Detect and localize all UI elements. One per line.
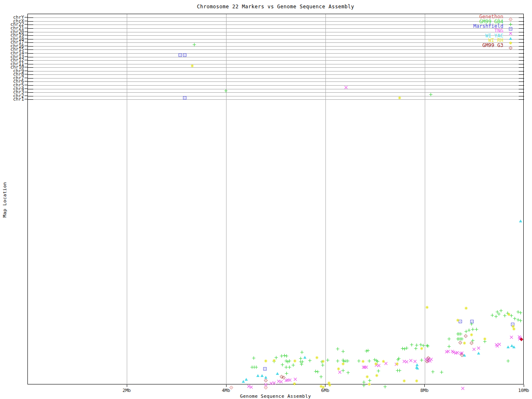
scatter-point-marshfield: [183, 94, 187, 97]
scatter-point-tng: [344, 83, 348, 87]
scatter-point-genethon: [229, 383, 233, 387]
scatter-point-wi-rh: [264, 357, 268, 360]
chromosome-tick-chr3: [25, 92, 27, 92]
chromosome-line-chr8: [28, 74, 524, 75]
scatter-point-wi-rh: [361, 357, 365, 361]
scatter-point-wi-rh: [456, 316, 460, 320]
scatter-point-wi-rh: [483, 335, 487, 338]
gridline-6Mb: [325, 14, 326, 385]
scatter-point-wi-yac: [244, 375, 248, 379]
scatter-point-wi-rh: [415, 377, 419, 380]
scatter-point-gm99-gb4: [447, 342, 451, 346]
chromosome-tick-chr5: [25, 85, 27, 85]
scatter-point-gm99-g3: [460, 351, 464, 355]
scatter-point-gm99-gb4: [420, 356, 424, 360]
scatter-point-gm99-gb4: [319, 372, 323, 376]
x-tick-label: 4Mb: [214, 388, 239, 393]
x-tick-2Mb: [127, 384, 127, 387]
scatter-point-gm99-g3: [458, 338, 462, 342]
scatter-point-wi-rh: [382, 357, 385, 361]
scatter-point-tng: [249, 383, 253, 387]
scatter-point-gm99-gb4: [285, 352, 288, 355]
chromosome-line-chr3: [28, 92, 524, 93]
scatter-point-wi-yac: [303, 353, 307, 357]
legend-row-wi-yac: WI YAC: [449, 34, 515, 38]
scatter-point-wi-yac: [512, 342, 516, 346]
chromosome-tick-chrY: [25, 17, 27, 17]
scatter-point-wi-rh: [272, 356, 276, 360]
scatter-point-wi-yac: [276, 369, 279, 373]
scatter-point-gm99-gb4: [288, 357, 291, 360]
scatter-point-tng: [477, 344, 480, 347]
x-tick-label: 6Mb: [313, 388, 337, 393]
scatter-point-tng: [293, 375, 297, 379]
scatter-point-tng: [498, 340, 501, 344]
chromosome-markers-chart: Chromosome 22 Markers vs Genome Sequence…: [0, 0, 532, 399]
plot-area: [27, 14, 524, 384]
chromosome-tick-chr19: [25, 35, 27, 35]
scatter-point-gm99-gb4: [316, 367, 320, 371]
legend-marker-icon: [509, 39, 512, 42]
scatter-point-gm99-gb4: [336, 345, 340, 348]
legend-marker-icon: [509, 44, 512, 47]
scatter-point-gm99-gb4: [397, 354, 401, 358]
scatter-point-gm99-gb4: [431, 367, 435, 371]
chromosome-tick-chr4: [25, 89, 27, 89]
scatter-point-gm99-gb4: [519, 316, 522, 320]
legend-marker-icon: [509, 15, 512, 19]
chromosome-tick-chr21: [25, 28, 27, 28]
scatter-point-gm99-gb4: [357, 357, 361, 360]
scatter-point-gm99-gb4: [300, 360, 303, 364]
x-tick-10Mb: [524, 384, 524, 387]
scatter-point-tng: [472, 345, 476, 349]
chromosome-line-chr13: [28, 57, 524, 57]
scatter-point-wi-rh: [365, 372, 369, 376]
gridline-8Mb: [425, 14, 425, 385]
scatter-point-gm99-g3: [264, 376, 268, 380]
chromosome-line-chr7: [28, 78, 524, 79]
legend-marker-icon: [509, 34, 512, 38]
chromosome-tick-chr2: [25, 96, 27, 96]
scatter-point-gm99-g3: [470, 339, 473, 342]
chromosome-line-chr14: [28, 53, 524, 54]
legend-marker-icon: [509, 29, 512, 33]
chromosome-tick-chr14: [25, 53, 27, 53]
scatter-point-gm99-gb4: [398, 366, 401, 370]
scatter-point-gm99-gb4: [383, 382, 387, 386]
scatter-point-marshfield: [470, 317, 474, 321]
chromosome-tick-chr9: [25, 71, 27, 71]
scatter-point-wi-rh: [315, 353, 319, 357]
scatter-point-gm99-gb4: [475, 325, 478, 329]
chromosome-tick-chr10: [25, 67, 27, 67]
scatter-point-wi-yac: [477, 349, 480, 352]
scatter-point-wi-rh: [328, 381, 332, 384]
scatter-point-gm99-gb4: [414, 344, 418, 348]
chart-title: Chromosome 22 Markers vs Genome Sequence…: [27, 4, 524, 10]
chromosome-line-chr6: [28, 81, 524, 82]
legend-row-marshfield: Marshfield: [449, 24, 515, 29]
scatter-point-wi-rh: [337, 365, 340, 368]
scatter-point-gm99-gb4: [341, 366, 345, 370]
chromosome-line-chr15: [28, 49, 524, 50]
chromosome-line-chr2: [28, 96, 524, 96]
scatter-point-gm99-gb4: [440, 368, 443, 372]
scatter-point-wi-rh: [395, 360, 399, 363]
chromosome-tick-chrX: [25, 21, 27, 21]
scatter-point-gm99-gb4: [346, 368, 350, 372]
scatter-point-wi-rh: [374, 360, 378, 363]
chromosome-label-chr1: chr1: [0, 97, 24, 101]
legend-marker-icon: [509, 20, 512, 24]
scatter-point-gm99-gb4: [285, 369, 288, 373]
scatter-point-wi-yac: [256, 371, 260, 375]
scatter-point-gm99-g3: [464, 332, 468, 335]
scatter-point-gm99-gb4: [447, 335, 451, 338]
legend-row-tng: TNG: [449, 29, 515, 33]
chromosome-line-chr9: [28, 71, 524, 71]
scatter-point-gm99-gb4: [519, 308, 522, 312]
chromosome-tick-chr13: [25, 57, 27, 57]
scatter-point-gm99-gb4: [308, 356, 312, 360]
scatter-point-wi-rh: [420, 344, 424, 348]
scatter-point-gm99-gb4: [410, 340, 414, 344]
scatter-point-gm99-gb4: [336, 357, 340, 360]
scatter-point-wi-rh: [367, 380, 371, 384]
